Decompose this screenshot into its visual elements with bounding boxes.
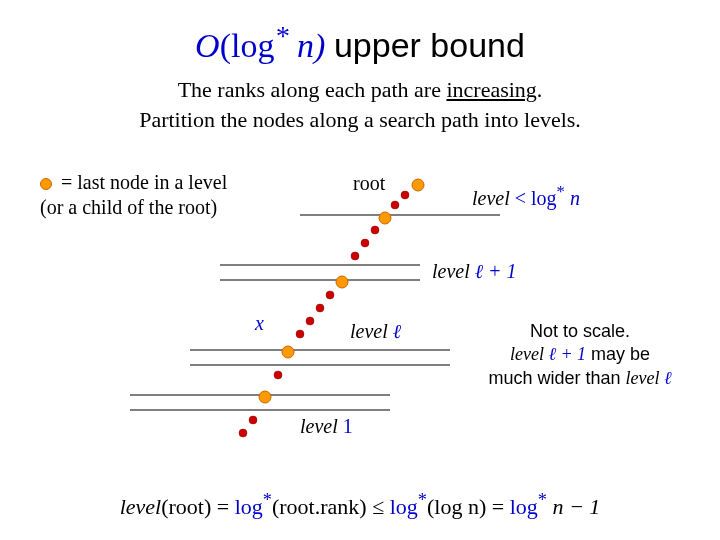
legend-l1: = last node in a level [56,171,227,193]
subtitle: The ranks along each path are increasing… [0,75,720,134]
svg-point-14 [306,317,314,325]
svg-point-19 [412,179,424,191]
note-l3c: ℓ [660,368,672,388]
svg-point-18 [239,429,247,437]
note-l2a: level [510,344,544,364]
title-star: * [274,20,288,51]
title-O: O [195,27,220,64]
note-l3a: much wider than [488,368,625,388]
label-level-lt-logstar: level < log* n [472,182,580,210]
svg-point-20 [379,212,391,224]
subtitle-l1c: . [537,77,543,102]
note-l3b: level [626,368,660,388]
svg-point-12 [326,291,334,299]
svg-point-17 [249,416,257,424]
scale-note: Not to scale. level ℓ + 1 may be much wi… [480,320,680,390]
note-l2c: may be [586,344,650,364]
legend-dot-icon [40,178,52,190]
svg-point-21 [336,276,348,288]
note-l2b: ℓ + 1 [544,344,586,364]
svg-point-10 [361,239,369,247]
label-level-l-plus-1: level ℓ + 1 [432,260,517,283]
svg-point-22 [282,346,294,358]
svg-point-8 [391,201,399,209]
svg-point-16 [274,371,282,379]
title-n: n) [289,27,326,64]
label-x: x [255,312,264,335]
legend: = last node in a level (or a child of th… [40,170,227,220]
subtitle-l1b: increasing [446,77,536,102]
svg-point-15 [296,330,304,338]
subtitle-l2: Partition the nodes along a search path … [139,107,581,132]
subtitle-l1a: The ranks along each path are [178,77,447,102]
svg-point-7 [401,191,409,199]
title-math: O(log* n) [195,27,334,64]
label-root: root [353,172,385,195]
label-level-l: level ℓ [350,320,401,343]
title-log: (log [220,27,275,64]
label-level-1: level 1 [300,415,353,438]
legend-l2: (or a child of the root) [40,196,217,218]
svg-point-9 [371,226,379,234]
bottom-equation: level(root) = log*(root.rank) ≤ log*(log… [0,490,720,520]
svg-point-23 [259,391,271,403]
svg-point-13 [316,304,324,312]
note-l1: Not to scale. [530,321,630,341]
svg-point-11 [351,252,359,260]
page-title: O(log* n) upper bound [0,20,720,65]
title-text: upper bound [334,26,525,64]
